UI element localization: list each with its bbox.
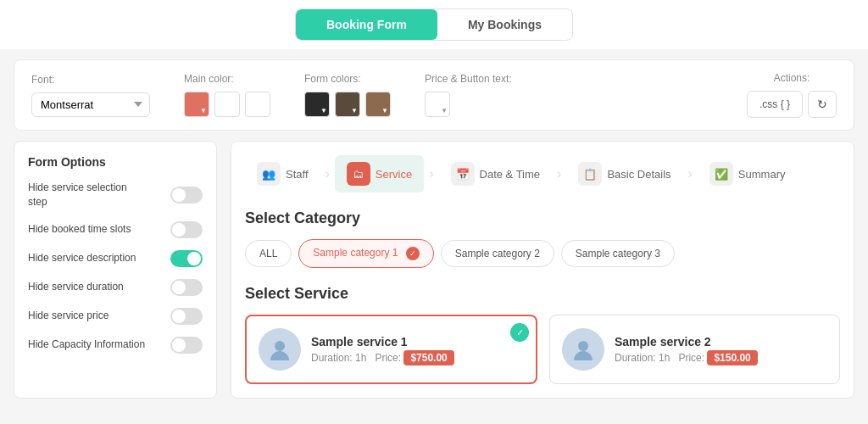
option-label-2: Hide service description [28, 251, 136, 265]
cat-all-btn[interactable]: ALL [245, 240, 292, 267]
basic-icon: 📋 [578, 162, 602, 186]
service-price-1: $150.00 [707, 350, 757, 365]
main-color-group: Main color: ▼ [184, 73, 270, 117]
service-cards: Sample service 1 Duration: 1h Price: $75… [245, 315, 840, 384]
service-avatar-0 [259, 328, 301, 371]
divider-2: › [429, 166, 433, 181]
booking-form-tab[interactable]: Booking Form [296, 9, 437, 40]
staff-icon: 👥 [257, 162, 281, 186]
form-color-swatch-3[interactable]: ▼ [365, 92, 391, 117]
tab-staff[interactable]: 👥 Staff [245, 155, 320, 192]
option-label-0: Hide service selection step [28, 181, 147, 209]
main-color-swatches: ▼ [184, 92, 270, 117]
toggle-1[interactable] [170, 221, 203, 238]
form-color-swatches: ▼ ▼ ▼ [304, 92, 391, 117]
option-label-4: Hide service price [28, 309, 108, 323]
main-color-swatch-2[interactable] [214, 92, 240, 117]
settings-bar: Font: Montserrat Arial Roboto Main color… [14, 59, 854, 131]
option-hide-booked-time: Hide booked time slots [28, 221, 203, 238]
cat-label-0: Sample category 1 [313, 247, 398, 259]
option-label-5: Hide Capacity Information [28, 338, 145, 352]
toggle-3[interactable] [170, 279, 203, 296]
price-button-swatch[interactable]: ▼ [425, 92, 450, 117]
cat-btn-2[interactable]: Sample category 3 [561, 240, 675, 267]
service-meta-0: Duration: 1h Price: $750.00 [311, 352, 524, 364]
tab-datetime-label: Date & Time [480, 168, 541, 181]
reset-button[interactable]: ↻ [808, 91, 837, 118]
service-name-0: Sample service 1 [311, 335, 524, 349]
service-icon: 🗂 [347, 162, 370, 186]
option-hide-capacity: Hide Capacity Information [28, 337, 203, 354]
category-section-title: Select Category [245, 209, 840, 227]
form-preview: 👥 Staff › 🗂 Service › 📅 Date & Time › 📋 … [231, 141, 854, 399]
tab-service-label: Service [376, 168, 412, 181]
cat-btn-1[interactable]: Sample category 2 [441, 240, 554, 267]
price-button-group: Price & Button text: ▼ [425, 73, 512, 117]
divider-1: › [326, 166, 330, 181]
service-meta-1: Duration: 1h Price: $150.00 [615, 352, 827, 364]
font-select[interactable]: Montserrat Arial Roboto [31, 92, 150, 117]
css-button[interactable]: .css { } [747, 91, 803, 118]
service-section-title: Select Service [245, 285, 840, 303]
divider-3: › [557, 166, 561, 181]
option-label-1: Hide booked time slots [28, 222, 131, 237]
service-name-1: Sample service 2 [615, 335, 827, 349]
service-info-0: Sample service 1 Duration: 1h Price: $75… [311, 335, 524, 364]
tab-datetime[interactable]: 📅 Date & Time [439, 155, 553, 192]
my-bookings-tab[interactable]: My Bookings [437, 9, 572, 40]
main-color-swatch-3[interactable] [245, 92, 270, 117]
main-color-label: Main color: [184, 73, 270, 85]
cat-btn-0[interactable]: Sample category 1 ✓ [298, 239, 433, 268]
nav-tabs: Booking Form My Bookings [295, 8, 573, 41]
main-content: Form Options Hide service selection step… [14, 141, 854, 399]
step-tabs: 👥 Staff › 🗂 Service › 📅 Date & Time › 📋 … [245, 155, 840, 192]
divider-4: › [688, 166, 693, 181]
datetime-icon: 📅 [451, 162, 475, 186]
category-filter: ALL Sample category 1 ✓ Sample category … [245, 239, 840, 268]
service-price-0: $750.00 [403, 350, 453, 365]
summary-icon: ✅ [709, 162, 733, 186]
font-group: Font: Montserrat Arial Roboto [31, 74, 150, 117]
service-duration-0: Duration: 1h [311, 352, 366, 364]
option-hide-service-duration: Hide service duration [28, 279, 203, 296]
service-duration-1: Duration: 1h [615, 352, 670, 364]
option-hide-service-selection: Hide service selection step [28, 181, 203, 209]
sidebar-title: Form Options [28, 155, 203, 169]
form-color-swatch-2[interactable]: ▼ [335, 92, 360, 117]
cat-check-0: ✓ [406, 247, 420, 260]
form-colors-group: Form colors: ▼ ▼ ▼ [304, 73, 391, 117]
service-avatar-1 [562, 328, 604, 371]
tab-summary[interactable]: ✅ Summary [698, 155, 798, 192]
toggle-2[interactable] [170, 250, 203, 267]
tab-basic[interactable]: 📋 Basic Details [566, 155, 682, 192]
tab-basic-label: Basic Details [607, 168, 670, 181]
option-hide-service-price: Hide service price [28, 308, 203, 325]
toggle-4[interactable] [170, 308, 203, 325]
svg-point-0 [275, 341, 285, 351]
actions-label: Actions: [774, 72, 810, 84]
toggle-5[interactable] [170, 337, 203, 354]
toggle-0[interactable] [170, 187, 203, 204]
main-color-swatch-1[interactable]: ▼ [184, 92, 209, 117]
option-hide-service-desc: Hide service description [28, 250, 203, 267]
price-button-label: Price & Button text: [425, 73, 512, 85]
option-label-3: Hide service duration [28, 280, 124, 294]
service-card-1[interactable]: Sample service 2 Duration: 1h Price: $15… [549, 315, 840, 384]
tab-service[interactable]: 🗂 Service [335, 155, 424, 192]
tab-staff-label: Staff [286, 168, 309, 181]
font-label: Font: [31, 74, 150, 86]
service-card-0[interactable]: Sample service 1 Duration: 1h Price: $75… [245, 315, 537, 384]
selected-check-0: ✓ [510, 323, 529, 342]
service-info-1: Sample service 2 Duration: 1h Price: $15… [615, 335, 827, 364]
form-color-swatch-1[interactable]: ▼ [304, 92, 330, 117]
top-nav: Booking Form My Bookings [0, 0, 868, 49]
price-button-swatches: ▼ [425, 92, 512, 117]
sidebar: Form Options Hide service selection step… [14, 141, 217, 399]
form-colors-label: Form colors: [304, 73, 391, 85]
actions-group: Actions: .css { } ↻ [747, 72, 837, 118]
svg-point-1 [578, 341, 588, 351]
tab-summary-label: Summary [738, 168, 786, 181]
